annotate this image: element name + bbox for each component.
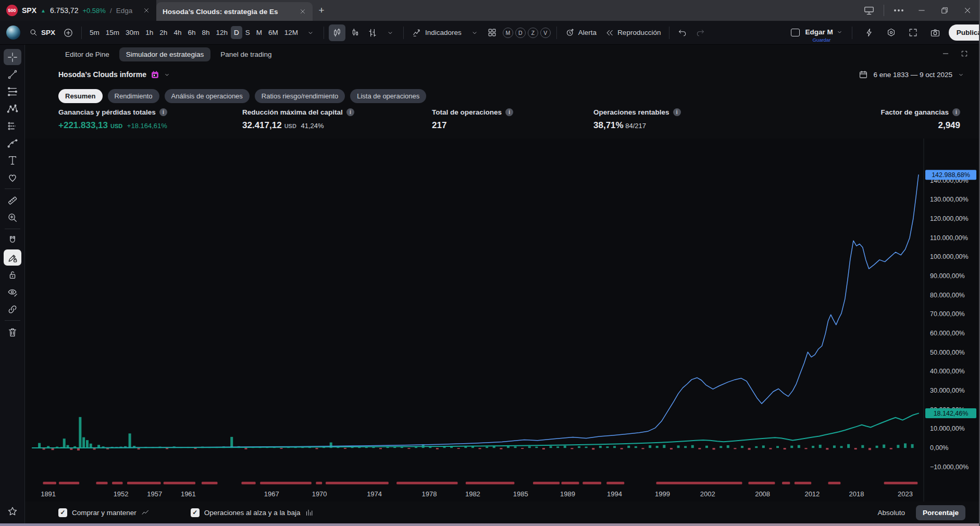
timeframe-6M[interactable]: 6M: [265, 26, 281, 39]
emoji-tool[interactable]: [4, 169, 21, 185]
timeframe-12M[interactable]: 12M: [281, 26, 301, 39]
layout-grid-icon[interactable]: [484, 24, 501, 41]
sync-drawings-tool[interactable]: [4, 301, 21, 317]
circle-button-v[interactable]: V: [540, 28, 551, 38]
toggle-operaciones-al-alza-y-a-la-baja[interactable]: ✓Operaciones al alza y a la baja: [191, 508, 314, 517]
panel-tab-simulador-de-estrategias[interactable]: Simulador de estrategias: [119, 47, 210, 61]
timeframe-30m[interactable]: 30m: [122, 26, 142, 39]
info-icon[interactable]: i: [673, 108, 681, 116]
trend-line-tool[interactable]: [4, 66, 21, 82]
indicators-button[interactable]: Indicadores: [408, 25, 465, 40]
text-tool[interactable]: [4, 152, 21, 168]
bars-style-icon[interactable]: [364, 24, 381, 41]
deep-backtest-calendar-icon[interactable]: [151, 70, 159, 79]
checkbox-checked-icon[interactable]: ✓: [191, 508, 200, 517]
panel-tab-panel-de-trading[interactable]: Panel de trading: [214, 47, 278, 61]
timeframe-6h[interactable]: 6h: [184, 26, 199, 39]
candles-style-icon[interactable]: [329, 24, 345, 41]
panel-minimize-icon[interactable]: [941, 49, 950, 59]
monitor-icon[interactable]: [858, 0, 880, 21]
indicators-dropd own-icon[interactable]: [466, 24, 483, 41]
circle-button-m[interactable]: M: [503, 28, 513, 38]
timeframe-5m[interactable]: 5m: [86, 26, 103, 39]
menu-dots-icon[interactable]: [887, 0, 910, 21]
drawing-lock-tool[interactable]: [4, 249, 21, 266]
absolute-mode-button[interactable]: Absoluto: [871, 505, 912, 520]
chart-style-dropdown-icon[interactable]: [382, 24, 399, 41]
timeframe-4h[interactable]: 4h: [170, 26, 184, 39]
prediction-measure-tool[interactable]: [4, 118, 21, 134]
window-tab-spx[interactable]: 500 SPX ▲ 6.753,72 +0.58% / Edga: [0, 0, 156, 21]
report-tab-an-lisis-de-operaciones[interactable]: Análisis de operaciones: [165, 89, 250, 103]
report-title-group[interactable]: Hosoda’s Clouds informe: [58, 70, 170, 79]
undo-icon[interactable]: [674, 24, 691, 41]
close-tab-icon[interactable]: [143, 7, 150, 14]
redo-icon[interactable]: [692, 24, 709, 41]
favorites-star-tool[interactable]: [4, 503, 21, 519]
toggle-comprar-y-mantener[interactable]: ✓Comprar y mantener: [58, 508, 150, 517]
report-tab-resumen[interactable]: Resumen: [58, 89, 103, 103]
timeframe-1h[interactable]: 1h: [142, 26, 156, 39]
circle-button-z[interactable]: Z: [528, 28, 538, 38]
layout-user-menu[interactable]: Edgar M Guardar: [805, 28, 842, 37]
pattern-tool[interactable]: [4, 101, 21, 117]
minimize-window-icon[interactable]: [910, 0, 933, 21]
new-tab-button[interactable]: +: [313, 0, 330, 21]
restore-window-icon[interactable]: [933, 0, 956, 21]
chevron-down-icon[interactable]: [164, 71, 170, 78]
report-tab-ratios-riesgo-rendimiento[interactable]: Ratios riesgo/rendimiento: [255, 89, 345, 103]
equity-chart[interactable]: 1891195219571961196719701974197819821985…: [25, 139, 979, 502]
symbol-search-button[interactable]: SPX: [26, 26, 59, 40]
timeframe-8h[interactable]: 8h: [199, 26, 213, 39]
publish-button[interactable]: Publicar: [949, 24, 979, 41]
hide-drawings-tool[interactable]: [4, 284, 21, 300]
svg-text:1978: 1978: [422, 490, 437, 498]
user-avatar[interactable]: [6, 26, 20, 40]
brush-tool[interactable]: [4, 135, 21, 151]
alert-button[interactable]: Alerta: [562, 25, 600, 40]
layout-select-icon[interactable]: [791, 29, 800, 36]
timeframe-D[interactable]: D: [231, 26, 242, 39]
panel-maximize-icon[interactable]: [960, 49, 969, 59]
zoom-in-tool[interactable]: [4, 209, 21, 226]
close-tab-icon[interactable]: [299, 8, 306, 15]
timeframe-2h[interactable]: 2h: [156, 26, 170, 39]
fib-retracement-tool[interactable]: [4, 83, 21, 99]
settings-icon[interactable]: [883, 24, 900, 41]
timeframe-dropdown-icon[interactable]: [302, 24, 319, 41]
date-range-picker[interactable]: 6 ene 1833 — 9 oct 2025: [859, 70, 964, 79]
magnet-tool[interactable]: [4, 232, 21, 248]
timeframe-12h[interactable]: 12h: [213, 26, 231, 39]
snapshot-camera-icon[interactable]: [927, 24, 944, 41]
timeframe-15m[interactable]: 15m: [103, 26, 122, 39]
crosshair-tool[interactable]: [4, 49, 21, 65]
replay-button[interactable]: Reproducción: [601, 26, 664, 40]
timeframe-M[interactable]: M: [253, 26, 265, 39]
report-tab-lista-de-operaciones[interactable]: Lista de operaciones: [350, 89, 426, 103]
percent-mode-button[interactable]: Porcentaje: [916, 505, 965, 520]
hollow-candles-style-icon[interactable]: [346, 24, 363, 41]
measure-tool[interactable]: [4, 192, 21, 208]
lock-all-drawings-tool[interactable]: [4, 267, 21, 283]
svg-text:1970: 1970: [312, 490, 327, 498]
tab-title: Hosoda’s Clouds: estrategia de Es: [163, 8, 278, 16]
info-icon[interactable]: i: [159, 108, 167, 116]
save-indicator[interactable]: Guardar: [812, 37, 830, 43]
info-icon[interactable]: i: [505, 108, 513, 116]
timeframe-S[interactable]: S: [242, 26, 253, 39]
compare-add-icon[interactable]: [60, 24, 77, 41]
panel-tab-editor-de-pine[interactable]: Editor de Pine: [58, 47, 116, 61]
close-window-icon[interactable]: [956, 0, 979, 21]
remove-drawings-tool[interactable]: [4, 324, 21, 340]
equity-chart-svg[interactable]: 1891195219571961196719701974197819821985…: [25, 139, 979, 502]
info-icon[interactable]: i: [346, 108, 354, 116]
window-tab-strategy[interactable]: Hosoda’s Clouds: estrategia de Es: [156, 2, 313, 21]
flash-icon[interactable]: [861, 24, 878, 41]
checkbox-checked-icon[interactable]: ✓: [58, 508, 67, 517]
stat-value: 2,949: [938, 120, 960, 130]
stat-currency: USD: [110, 123, 122, 129]
circle-button-d[interactable]: D: [515, 28, 526, 38]
fullscreen-icon[interactable]: [905, 24, 922, 41]
report-tab-rendimiento[interactable]: Rendimiento: [108, 89, 159, 103]
info-icon[interactable]: i: [952, 108, 960, 116]
